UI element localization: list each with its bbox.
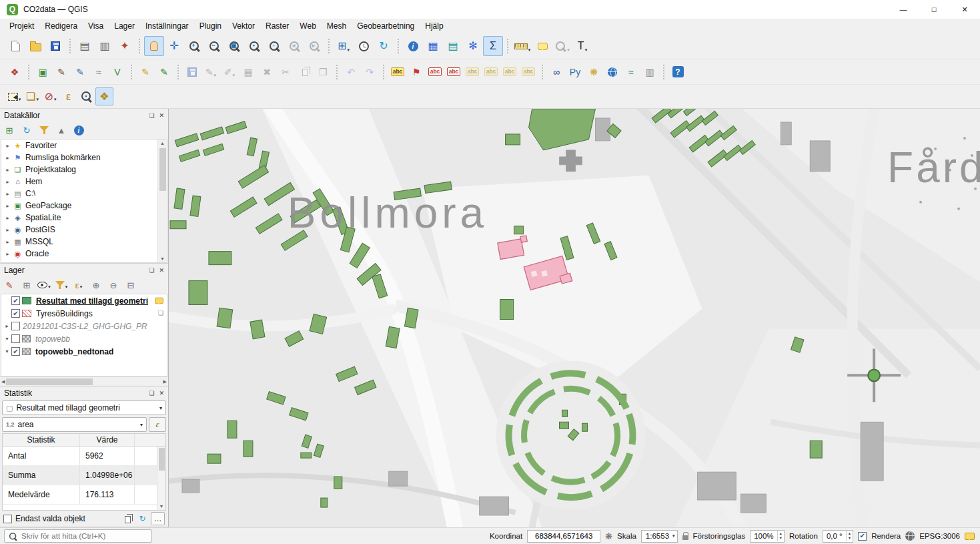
dropdown-caret-icon[interactable]: ▾ [567, 47, 570, 53]
menu-item-hj-lp[interactable]: Hjälp [420, 20, 448, 32]
menu-item-redigera[interactable]: Redigera [39, 20, 83, 32]
layer-visibility-checkbox[interactable]: ✔ [11, 309, 20, 318]
new-project-icon[interactable] [5, 36, 25, 56]
expander-icon[interactable]: ▸ [3, 323, 11, 329]
menu-item-mesh[interactable]: Mesh [322, 20, 352, 32]
select-by-expression-icon[interactable]: ε [59, 87, 77, 105]
dropdown-caret-icon[interactable]: ▾ [48, 284, 51, 290]
zoom-to-selection-icon[interactable]: ▪ [244, 36, 264, 56]
filter-browser-icon[interactable] [36, 122, 52, 138]
dropdown-caret-icon[interactable]: ▾ [233, 73, 235, 78]
scroll-down-icon[interactable]: ▼ [159, 503, 164, 510]
stats-layer-select[interactable]: ▢ Resultat med tillagd geometri ▾ [2, 400, 166, 415]
expander-icon[interactable]: ▸ [3, 239, 12, 245]
zoom-in-icon[interactable]: + [184, 36, 204, 56]
map-themes-icon[interactable]: ▾ [36, 277, 52, 293]
menu-item-vektor[interactable]: Vektor [227, 20, 260, 32]
pan-to-selection-icon[interactable]: ✛ [164, 36, 184, 56]
spin-down-icon[interactable]: ▼ [779, 536, 783, 541]
coordinate-input[interactable] [527, 530, 600, 543]
float-panel-icon[interactable]: ❏ [149, 390, 154, 396]
globe-icon[interactable] [603, 63, 622, 81]
scroll-down-icon[interactable]: ▼ [160, 255, 165, 262]
python-console-icon[interactable]: Py [566, 63, 584, 81]
magnifier-spinbox[interactable]: 100% ▲▼ [750, 530, 785, 543]
add-group-icon[interactable]: ⊞ [19, 277, 35, 293]
locator-input[interactable] [21, 532, 149, 540]
browser-item-geopackage[interactable]: ▸▣GeoPackage [1, 200, 157, 212]
float-panel-icon[interactable]: ❏ [149, 267, 154, 274]
browser-item-hem[interactable]: ▸⌂Hem [1, 176, 157, 188]
pin-labels-icon[interactable]: abc [426, 63, 444, 81]
lock-scale-icon[interactable] [682, 535, 688, 540]
stats-row-antal[interactable]: Antal5962 [3, 447, 165, 466]
dropdown-caret-icon[interactable]: ▾ [528, 47, 531, 53]
render-checkbox[interactable]: ✔ [858, 532, 867, 541]
messages-icon[interactable] [965, 533, 975, 540]
menu-item-web[interactable]: Web [294, 20, 321, 32]
open-project-icon[interactable] [25, 36, 45, 56]
close-panel-icon[interactable]: ✕ [159, 112, 164, 119]
new-geopackage-layer-icon[interactable]: ▣ [33, 63, 52, 81]
zoom-full-icon[interactable]: ▣ [224, 36, 244, 56]
close-panel-icon[interactable]: ✕ [159, 390, 164, 396]
expander-icon[interactable]: ▸ [3, 251, 12, 257]
stats-options-button[interactable]: … [151, 512, 165, 525]
menu-item-projekt[interactable]: Projekt [4, 20, 39, 32]
browser-item-rumsliga-bokmarken[interactable]: ▸⚑Rumsliga bokmärken [1, 152, 157, 164]
menu-item-inst-llningar[interactable]: Inställningar [140, 20, 194, 32]
expander-icon[interactable]: ▸ [3, 179, 12, 185]
crs-value[interactable]: EPSG:3006 [919, 532, 960, 540]
crs-globe-icon[interactable] [905, 531, 915, 541]
new-print-layout-icon[interactable]: ▤ [75, 36, 95, 56]
coordinate-extent-icon[interactable]: ❋ [605, 532, 612, 541]
layer-item-tyresobuildings[interactable]: ✔TyresöBuildings❏ [1, 307, 167, 320]
dropdown-caret-icon[interactable]: ▾ [65, 284, 68, 290]
stats-row-summa[interactable]: Summa1.04998e+06 [3, 466, 165, 485]
expander-icon[interactable]: ▸ [3, 167, 12, 173]
remove-layer-icon[interactable]: ⊟ [123, 277, 139, 293]
scroll-left-icon[interactable]: ◀ [1, 379, 5, 384]
menu-item-raster[interactable]: Raster [260, 20, 294, 32]
processing-toolbox-icon[interactable]: ✻ [463, 36, 483, 56]
statistical-summary-icon[interactable]: ▤ [443, 36, 463, 56]
browser-item-mssql[interactable]: ▸▦MSSQL [1, 236, 157, 248]
filter-expression-icon[interactable]: ε▾ [71, 277, 87, 293]
expander-icon[interactable]: ▸ [3, 203, 12, 209]
layer-indicator-icon[interactable]: ❏ [158, 310, 163, 316]
layer-item-topowebb-nedtonad[interactable]: ▾✔topowebb_nedtonad [1, 345, 167, 358]
close-button[interactable]: ✕ [949, 0, 980, 19]
scroll-right-icon[interactable]: ▶ [163, 379, 167, 384]
layer-indicator-icon[interactable] [155, 298, 163, 304]
dropdown-caret-icon[interactable]: ▾ [214, 73, 217, 78]
sum-features-icon[interactable]: Σ [483, 36, 503, 56]
deselect-features-icon[interactable]: ⊘▾ [41, 87, 59, 105]
spin-down-icon[interactable]: ▼ [848, 536, 851, 541]
spin-up-icon[interactable]: ▲ [779, 531, 783, 536]
map-canvas[interactable]: Bollmora Fård [169, 109, 980, 527]
map-services-icon[interactable]: ≈ [622, 63, 640, 81]
layer-diagram-icon[interactable]: ⚑ [407, 63, 426, 81]
scrollbar-thumb[interactable] [6, 378, 93, 385]
add-feature-icon[interactable]: ✎ [155, 63, 173, 81]
layer-item-resultat-med-tillagd-geometri[interactable]: ✔Resultat med tillagd geometri [1, 294, 167, 307]
spin-up-icon[interactable]: ▲ [848, 531, 851, 536]
layer-labeling-icon[interactable]: abc [388, 63, 407, 81]
layer-visibility-checkbox[interactable] [11, 322, 20, 330]
maximize-button[interactable]: □ [919, 0, 949, 19]
new-virtual-layer-icon[interactable]: ≈ [89, 63, 108, 81]
attribute-table-icon[interactable]: ▦ [423, 36, 443, 56]
layer-visibility-checkbox[interactable]: ✔ [11, 347, 20, 356]
expander-icon[interactable]: ▾ [3, 348, 11, 354]
select-by-value-icon[interactable]: ❏▾ [23, 87, 41, 105]
browser-item-spatialite[interactable]: ▸◈SpatiaLite [1, 212, 157, 224]
layer-visibility-checkbox[interactable]: ✔ [11, 296, 20, 305]
browser-item-projektkatalog[interactable]: ▸❏Projektkatalog [1, 164, 157, 176]
dropdown-caret-icon[interactable]: ▾ [347, 47, 350, 53]
profile-tool-icon[interactable]: ▥ [640, 63, 659, 81]
text-annotation-icon[interactable]: T▾ [572, 36, 592, 56]
zoom-to-layer-icon[interactable]: ▫ [264, 36, 284, 56]
layers-scrollbar[interactable]: ◀ ▶ [0, 376, 168, 386]
style-manager-icon[interactable]: ✦ [115, 36, 135, 56]
dropdown-caret-icon[interactable]: ▾ [585, 47, 588, 53]
